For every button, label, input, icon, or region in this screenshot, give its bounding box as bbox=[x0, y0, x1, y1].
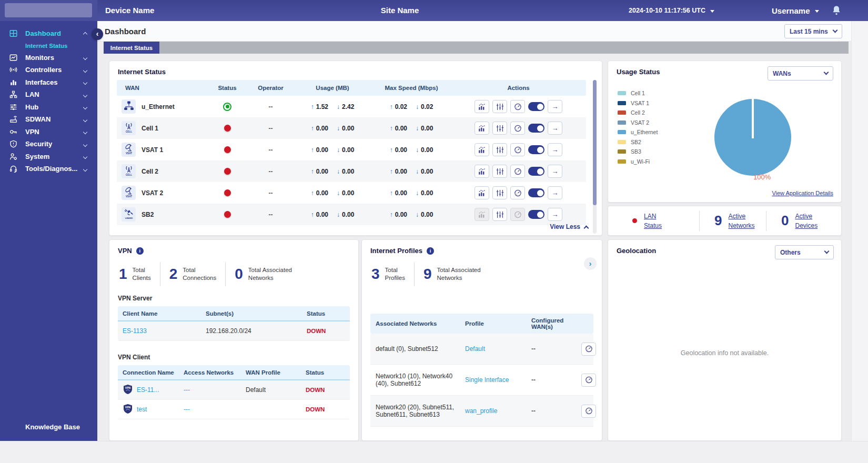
status-dot bbox=[224, 189, 231, 196]
usage-chart-button[interactable] bbox=[475, 122, 489, 135]
stat-link[interactable]: Active Devices bbox=[795, 212, 817, 230]
chevron-up-icon bbox=[584, 225, 589, 230]
info-icon[interactable]: i bbox=[136, 247, 144, 255]
speed-test-gauge-button[interactable] bbox=[510, 143, 525, 156]
download-arrow-icon: ↓ bbox=[337, 125, 340, 132]
stat-label: Total Clients bbox=[133, 266, 151, 282]
wan-details-arrow-button[interactable]: → bbox=[548, 143, 562, 156]
knowledge-base-label: Knowledge Base bbox=[25, 423, 80, 431]
configure-sliders-button[interactable] bbox=[492, 186, 507, 199]
stat-label: Total Connections bbox=[183, 266, 216, 282]
expand-panel-button[interactable]: › bbox=[584, 257, 597, 270]
wan-enable-toggle[interactable] bbox=[528, 145, 544, 154]
speed-test-gauge-button[interactable] bbox=[510, 100, 525, 113]
connection-name-link[interactable]: ES-11... bbox=[137, 386, 159, 394]
scrollbar-thumb[interactable] bbox=[593, 80, 597, 205]
geolocation-empty-message: Geolocation info not available. bbox=[608, 349, 841, 357]
speed-test-gauge-button[interactable] bbox=[581, 405, 596, 418]
profile-link[interactable]: wan_profile bbox=[465, 407, 497, 415]
table-body: u_Ethernet -- ↑1.52 ↓2.42 ↑0.02 ↓0.02 bbox=[117, 96, 586, 225]
sidebar-item[interactable]: Internet Status bbox=[0, 40, 97, 52]
time-range-value: Last 15 mins bbox=[790, 28, 828, 35]
usage-chart-button[interactable] bbox=[475, 100, 489, 113]
connection-name-link[interactable]: test bbox=[137, 406, 147, 413]
wan-details-arrow-button[interactable]: → bbox=[548, 208, 562, 221]
speed-test-gauge-button[interactable] bbox=[510, 165, 525, 178]
view-application-details-link[interactable]: View Application Details bbox=[772, 190, 833, 196]
max-speed-cell: ↑0.00 ↓0.00 bbox=[372, 211, 451, 218]
status-cell bbox=[206, 125, 248, 132]
view-less-link[interactable]: View Less bbox=[550, 223, 588, 230]
chevron-icon bbox=[83, 167, 87, 172]
upload-arrow-icon: ↑ bbox=[311, 211, 314, 218]
wan-enable-toggle[interactable] bbox=[528, 188, 544, 197]
notifications-bell-icon[interactable] bbox=[832, 5, 841, 17]
tab-internet-status[interactable]: Internet Status bbox=[104, 42, 159, 54]
scrollbar-gutter[interactable] bbox=[851, 21, 868, 441]
table-scrollbar[interactable] bbox=[593, 80, 597, 234]
profile-link[interactable]: Default bbox=[465, 345, 485, 353]
table-row: VPN ES-11... --- Default DOWN bbox=[118, 380, 350, 400]
wan-enable-toggle[interactable] bbox=[528, 210, 544, 219]
usage-chart-button[interactable] bbox=[475, 165, 489, 178]
sidebar-item[interactable]: Hub bbox=[0, 101, 97, 114]
chevron-icon bbox=[83, 80, 87, 85]
speed-test-gauge-button[interactable] bbox=[510, 208, 525, 221]
wan-details-arrow-button[interactable]: → bbox=[548, 100, 562, 113]
geolocation-filter-select[interactable]: Others bbox=[775, 245, 834, 259]
configure-sliders-button[interactable] bbox=[492, 122, 507, 135]
user-menu[interactable]: Username bbox=[772, 0, 819, 21]
sidebar-item[interactable]: Monitors bbox=[0, 52, 97, 64]
legend-item: SB3 bbox=[618, 147, 658, 157]
cell-icon: CELL bbox=[123, 122, 135, 135]
bottom-scrollbar-area[interactable] bbox=[0, 441, 868, 463]
sidebar-collapse-button[interactable]: ‹ bbox=[92, 28, 103, 40]
sidebar-item[interactable]: Tools/Diagnos... bbox=[0, 163, 97, 175]
sidebar-item[interactable]: Controllers bbox=[0, 64, 97, 76]
configure-sliders-button[interactable] bbox=[492, 100, 507, 113]
configure-sliders-button[interactable] bbox=[492, 165, 507, 178]
sidebar-item[interactable]: Interfaces bbox=[0, 76, 97, 89]
configure-sliders-button[interactable] bbox=[492, 208, 507, 221]
legend-item: Cell 1 bbox=[618, 88, 658, 98]
usage-chart-button[interactable] bbox=[475, 143, 489, 156]
sidebar-item[interactable]: LAN bbox=[0, 88, 97, 101]
usage-chart-button[interactable] bbox=[475, 208, 489, 221]
usage-chart-button[interactable] bbox=[475, 186, 489, 199]
legend-item: VSAT 2 bbox=[618, 118, 658, 128]
configure-sliders-button[interactable] bbox=[492, 143, 507, 156]
time-range-select[interactable]: Last 15 mins bbox=[784, 24, 842, 38]
lan-status-link[interactable]: LAN Status bbox=[644, 212, 662, 230]
sidebar-item-label: Interfaces bbox=[25, 78, 57, 86]
status-cell: DOWN bbox=[302, 328, 350, 334]
wan-details-arrow-button[interactable]: → bbox=[548, 186, 562, 199]
sidebar-item[interactable]: VPN bbox=[0, 126, 97, 138]
page-title: Dashboard bbox=[105, 27, 146, 36]
download-arrow-icon: ↓ bbox=[337, 189, 340, 197]
sidebar-item[interactable]: Dashboard bbox=[0, 27, 97, 40]
knowledge-base-link[interactable]: Knowledge Base bbox=[0, 420, 80, 434]
operator-cell: -- bbox=[248, 146, 293, 154]
speed-test-gauge-button[interactable] bbox=[510, 122, 525, 135]
vpn-client-name-link[interactable]: ES-1133 bbox=[123, 327, 147, 335]
wan-details-arrow-button[interactable]: → bbox=[548, 165, 562, 178]
stat-link[interactable]: Active Networks bbox=[728, 212, 754, 230]
speed-test-gauge-button[interactable] bbox=[581, 343, 596, 356]
profile-link[interactable]: Single Interface bbox=[465, 376, 509, 384]
usage-cell: ↑0.00 ↓0.00 bbox=[293, 125, 372, 132]
info-icon[interactable]: i bbox=[427, 247, 434, 255]
sidebar-item[interactable]: SDWAN bbox=[0, 113, 97, 126]
speed-test-gauge-button[interactable] bbox=[581, 374, 596, 387]
table-row: Network20 (20), Subnet511, Subnet611, Su… bbox=[370, 396, 593, 427]
wan-enable-toggle[interactable] bbox=[528, 167, 544, 176]
timestamp-dropdown[interactable]: 2024-10-10 11:17:56 UTC bbox=[629, 0, 714, 21]
sidebar-item[interactable]: Security bbox=[0, 138, 97, 150]
speed-test-gauge-button[interactable] bbox=[510, 186, 525, 199]
sidebar-item[interactable]: System bbox=[0, 150, 97, 163]
internet-status-table: WAN Status Operator Usage (MB) Max Speed… bbox=[117, 80, 586, 225]
wan-enable-toggle[interactable] bbox=[528, 124, 544, 133]
wans-filter-select[interactable]: WANs bbox=[768, 66, 833, 80]
legend-label: u_Wi-Fi bbox=[631, 158, 650, 165]
wan-details-arrow-button[interactable]: → bbox=[548, 122, 562, 135]
wan-enable-toggle[interactable] bbox=[528, 102, 544, 111]
